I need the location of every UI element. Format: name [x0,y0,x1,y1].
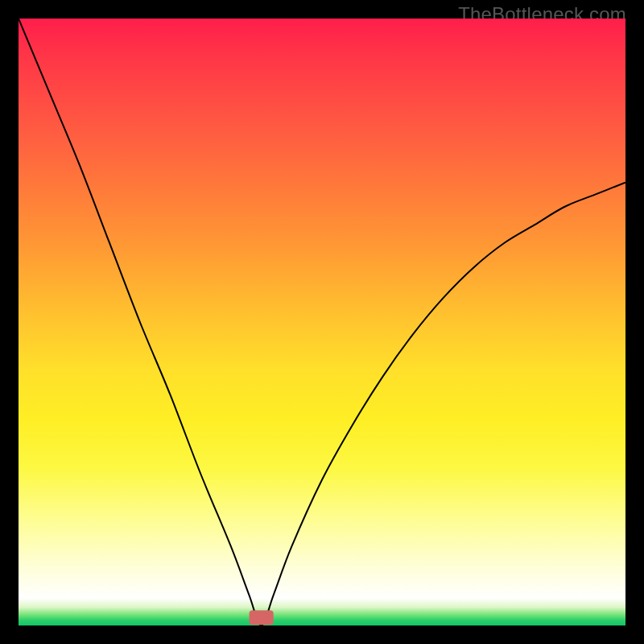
svg-rect-0 [250,610,274,625]
plot-area [19,19,625,625]
bottleneck-curve [19,19,625,625]
chart-container: TheBottleneck.com [0,0,644,644]
